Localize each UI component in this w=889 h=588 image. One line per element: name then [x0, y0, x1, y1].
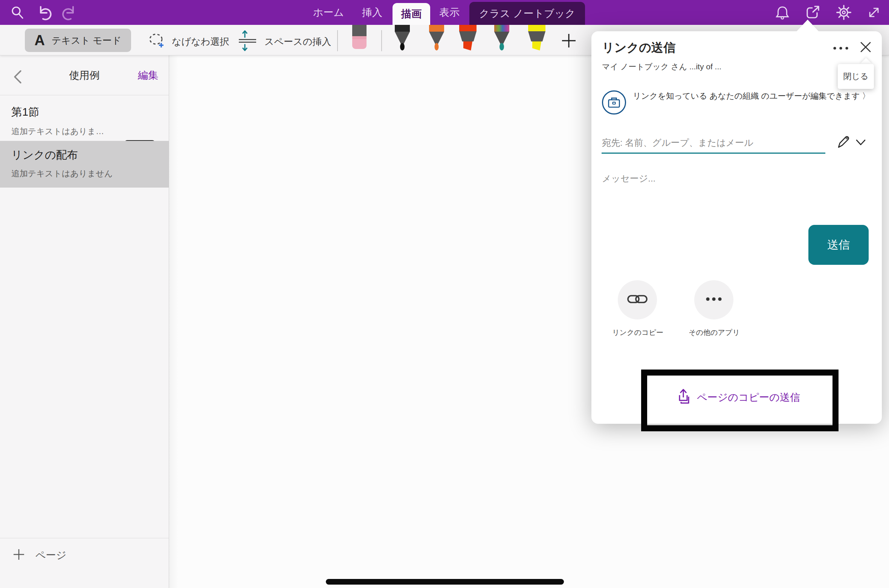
more-apps-label: その他のアプリ [678, 328, 750, 338]
dialog-title: リンクの送信 [602, 40, 675, 56]
red-highlighter-tool[interactable] [457, 25, 479, 55]
tab-class-notebook-label: クラス ノートブック [479, 7, 576, 20]
add-page-label: ページ [35, 548, 66, 562]
send-copy-share-icon [677, 388, 692, 406]
page-subtitle: 追加テキストはありま… [11, 126, 104, 137]
page-list-sidebar: 使用例 編集 第1節 追加テキストはありま… 〇三角 余割. リンクの配布 追加… [0, 55, 169, 588]
more-apps-button[interactable] [694, 280, 733, 319]
send-button[interactable]: 送信 [808, 225, 869, 265]
lasso-icon [146, 31, 166, 52]
galaxy-pen-tool[interactable] [491, 25, 512, 55]
tab-draw-selected[interactable]: 描画 [393, 3, 430, 25]
tab-view-label: 表示 [439, 6, 460, 19]
tab-draw-label: 描画 [401, 7, 422, 21]
top-app-bar: ホーム 挿入 描画 表示 クラス ノートブック [0, 0, 889, 25]
send-button-label: 送信 [827, 237, 850, 253]
insert-space-button[interactable]: スペースの挿入 [237, 30, 331, 53]
close-tooltip: 閉じる [838, 64, 874, 89]
text-mode-label: テキスト モード [52, 34, 121, 47]
tab-home-label: ホーム [313, 6, 344, 19]
ellipsis-icon [704, 295, 724, 304]
more-options-icon[interactable] [831, 43, 851, 55]
tab-view[interactable]: 表示 [434, 0, 465, 25]
plus-icon [12, 548, 26, 563]
copy-link-label: リンクのコピー [602, 328, 674, 338]
dialog-subtitle: マイ ノートブック さん ...ity of ... [602, 61, 721, 72]
message-input[interactable]: メッセージ... [602, 173, 655, 185]
link-chain-icon [627, 291, 648, 309]
text-mode-button[interactable]: A テキスト モード [25, 29, 131, 52]
home-indicator-bar[interactable] [326, 579, 564, 585]
insert-space-icon [237, 30, 258, 53]
eraser-tool[interactable] [348, 25, 370, 53]
dialog-caret [796, 20, 819, 32]
tab-insert[interactable]: 挿入 [359, 0, 386, 25]
permission-briefcase-icon[interactable] [602, 90, 626, 115]
tab-insert-label: 挿入 [362, 6, 382, 19]
notifications-bell-icon[interactable] [774, 5, 790, 22]
page-subtitle: 追加テキストはありません [11, 168, 113, 179]
close-tooltip-label: 閉じる [843, 71, 868, 82]
to-input-underline [602, 153, 825, 154]
text-mode-letter: A [35, 32, 45, 49]
edit-button[interactable]: 編集 [138, 69, 158, 82]
settings-gear-icon[interactable] [836, 4, 852, 22]
expand-fullscreen-icon[interactable] [866, 5, 881, 21]
toolbar-divider [337, 30, 338, 51]
page-title: 第1節 [11, 105, 39, 120]
send-page-copy-label: ページのコピーの送信 [697, 391, 800, 404]
chevron-down-icon[interactable] [855, 138, 866, 148]
undo-icon[interactable] [35, 4, 53, 23]
close-icon[interactable] [858, 40, 873, 56]
black-pen-tool[interactable] [392, 25, 413, 54]
insert-space-label: スペースの挿入 [264, 35, 331, 48]
tab-class-notebook[interactable]: クラス ノートブック [469, 2, 585, 25]
page-list-item-selected[interactable]: リンクの配布 追加テキストはありません [0, 141, 169, 188]
onenote-app: ホーム 挿入 描画 表示 クラス ノートブック [0, 0, 889, 588]
page-title: リンクの配布 [11, 148, 78, 163]
search-icon[interactable] [10, 5, 25, 22]
add-page-button[interactable]: ページ [0, 538, 169, 572]
lasso-select-label: なげなわ選択 [172, 35, 229, 48]
lasso-select-button[interactable]: なげなわ選択 [146, 31, 229, 52]
redo-icon[interactable] [61, 4, 79, 23]
copy-link-button[interactable] [618, 280, 657, 319]
tab-home[interactable]: ホーム [308, 0, 349, 25]
toolbar-divider [381, 30, 382, 51]
to-recipients-input[interactable]: 宛先: 名前、グループ、またはメール [602, 137, 753, 149]
permission-text[interactable]: リンクを知っている あなたの組織 のユーザーが編集できます 〉 [633, 90, 874, 102]
send-link-dialog: リンクの送信 マイ ノートブック さん ...ity of ... リンクを知っ… [591, 31, 882, 424]
pencil-edit-icon[interactable] [836, 134, 851, 151]
send-page-copy-link[interactable]: ページのコピーの送信 [667, 388, 810, 406]
add-pen-button[interactable] [560, 32, 578, 51]
orange-pen-tool[interactable] [426, 25, 447, 54]
yellow-highlighter-tool[interactable] [526, 25, 548, 55]
